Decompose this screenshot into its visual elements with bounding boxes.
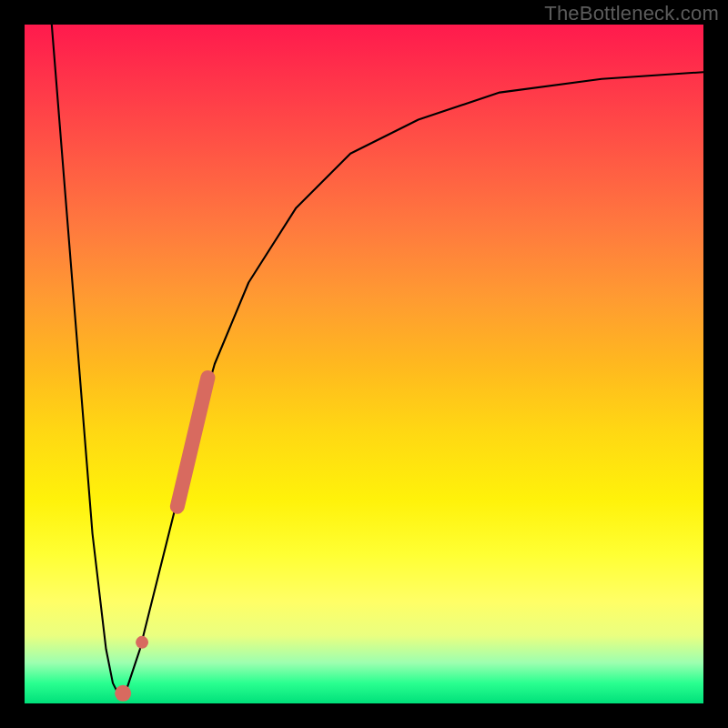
plot-area — [25, 25, 703, 703]
bottleneck-curve — [52, 25, 703, 697]
highlight-dot-lower — [115, 685, 131, 702]
chart-frame: TheBottleneck.com — [0, 0, 728, 728]
highlight-segment — [177, 378, 208, 507]
highlight-dot-upper — [136, 636, 148, 649]
watermark-label: TheBottleneck.com — [544, 2, 719, 25]
chart-svg — [25, 25, 703, 703]
